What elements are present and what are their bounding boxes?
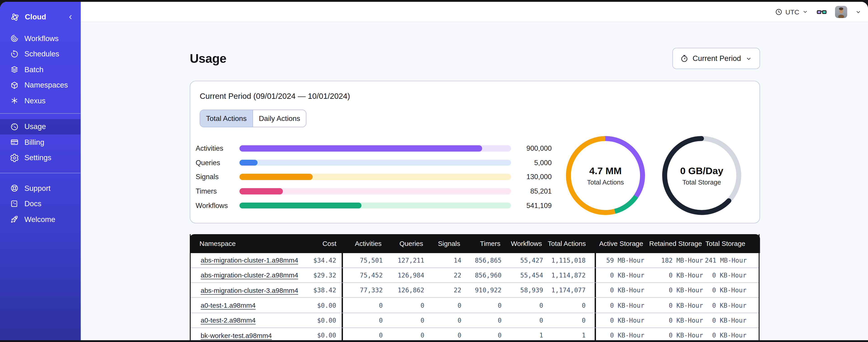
column-header-queries: Queries bbox=[383, 240, 425, 247]
active-storage-cell: 0 KB-Hour bbox=[596, 302, 646, 309]
queries-cell: 0 bbox=[384, 332, 426, 339]
timers-cell: 856,960 bbox=[463, 272, 503, 279]
total-actions-cell: 1 bbox=[545, 328, 596, 340]
timezone-selector[interactable]: UTC bbox=[775, 8, 808, 15]
timezone-label: UTC bbox=[785, 8, 799, 15]
actions-tabs: Total Actions Daily Actions bbox=[200, 110, 307, 127]
namespace-link[interactable]: abs-migration-cluster-3.a98mm4 bbox=[200, 286, 298, 294]
sidebar-item-namespaces[interactable]: Namespaces bbox=[0, 77, 81, 93]
total-storage-cell: 0 KB-Hour bbox=[705, 317, 758, 324]
workflows-icon bbox=[10, 34, 19, 43]
column-header-total-storage: Total Storage bbox=[704, 240, 757, 247]
glasses-icon[interactable] bbox=[816, 6, 827, 18]
workflows-cell: 1 bbox=[503, 332, 545, 339]
sidebar-item-workflows[interactable]: Workflows bbox=[0, 31, 81, 46]
active-storage-cell: 59 MB-Hour bbox=[596, 256, 646, 264]
sidebar-item-support[interactable]: Support bbox=[0, 180, 81, 196]
namespace-cell: a0-test-1.a98mm4 bbox=[191, 301, 289, 309]
batch-layers-icon bbox=[10, 65, 19, 74]
namespace-link[interactable]: abs-migration-cluster-1.a98mm4 bbox=[200, 256, 298, 264]
total-storage-value: 0 GB/Day bbox=[680, 165, 723, 177]
namespace-link[interactable]: abs-migration-cluster-2.a98mm4 bbox=[200, 271, 298, 279]
total-storage-cell: 0 KB-Hour bbox=[705, 302, 758, 309]
column-header-cost: Cost bbox=[288, 240, 342, 247]
bar-category-label: Activities bbox=[196, 144, 240, 152]
period-selector-button[interactable]: Current Period bbox=[672, 48, 760, 69]
user-avatar[interactable] bbox=[835, 6, 847, 18]
total-storage-cell: 0 KB-Hour bbox=[705, 272, 758, 279]
sidebar-item-schedules[interactable]: Schedules bbox=[0, 46, 81, 62]
bar-fill bbox=[240, 203, 362, 209]
signals-cell: 14 bbox=[426, 256, 463, 264]
namespace-link[interactable]: bk-worker-test.a98mm4 bbox=[200, 332, 272, 339]
activities-cell: 0 bbox=[343, 302, 384, 309]
chevron-down-icon bbox=[802, 8, 808, 15]
namespace-cell: abs-migration-cluster-1.a98mm4 bbox=[191, 256, 289, 264]
total-storage-donut: 0 GB/Day Total Storage bbox=[662, 136, 742, 215]
sidebar-title: Cloud bbox=[25, 13, 61, 21]
bar-track bbox=[240, 160, 511, 166]
sidebar-item-label: Welcome bbox=[24, 215, 55, 224]
table-header-row: NamespaceCostActivitiesQueriesSignalsTim… bbox=[190, 234, 760, 253]
tab-total-actions[interactable]: Total Actions bbox=[200, 110, 253, 127]
total-storage-cell: 241 MB-Hour bbox=[705, 256, 758, 264]
queries-cell: 127,211 bbox=[384, 256, 426, 264]
bar-chart-row: Timers 85,201 bbox=[196, 184, 552, 198]
main-area: UTC U bbox=[81, 2, 868, 340]
namespace-cell: bk-worker-test.a98mm4 bbox=[191, 332, 289, 339]
bar-fill bbox=[240, 174, 312, 180]
total-actions-cell: 0 bbox=[545, 298, 596, 313]
sidebar-item-label: Usage bbox=[24, 123, 46, 131]
cost-cell: $0.00 bbox=[289, 313, 343, 328]
sidebar-item-label: Docs bbox=[24, 200, 41, 208]
activities-cell: 75,452 bbox=[343, 272, 384, 279]
sidebar-item-welcome[interactable]: Welcome bbox=[0, 212, 81, 227]
timers-cell: 0 bbox=[463, 332, 503, 339]
bar-chart-row: Activities 900,000 bbox=[196, 141, 552, 156]
sidebar-item-label: Settings bbox=[24, 153, 51, 162]
sidebar-item-label: Workflows bbox=[24, 34, 59, 43]
bar-value-label: 130,000 bbox=[511, 173, 552, 181]
sidebar-item-usage[interactable]: Usage bbox=[0, 119, 81, 134]
sidebar-footer-nav: Support Docs bbox=[0, 180, 81, 227]
sidebar-item-label: Schedules bbox=[24, 50, 59, 59]
temporal-cloud-logo-icon bbox=[10, 12, 20, 22]
sidebar-item-label: Billing bbox=[24, 138, 44, 147]
namespace-link[interactable]: a0-test-1.a98mm4 bbox=[200, 301, 255, 309]
usage-gauge-icon bbox=[10, 122, 19, 131]
sidebar-item-billing[interactable]: Billing bbox=[0, 134, 81, 150]
retained-storage-cell: 0 KB-Hour bbox=[646, 272, 705, 279]
retained-storage-cell: 182 MB-Hour bbox=[646, 256, 705, 264]
tab-daily-actions[interactable]: Daily Actions bbox=[253, 110, 306, 127]
nexus-asterisk-icon bbox=[10, 96, 19, 105]
clock-icon bbox=[775, 8, 783, 15]
bar-chart-row: Signals 130,000 bbox=[196, 170, 552, 184]
total-actions-cell: 1,115,018 bbox=[545, 253, 596, 268]
namespace-cell: abs-migration-cluster-2.a98mm4 bbox=[191, 271, 289, 279]
sidebar-item-docs[interactable]: Docs bbox=[0, 196, 81, 212]
total-actions-donut: 4.7 MM Total Actions bbox=[566, 136, 645, 215]
chevron-down-icon bbox=[745, 55, 752, 62]
workflows-cell: 0 bbox=[503, 317, 545, 324]
signals-cell: 0 bbox=[426, 332, 463, 339]
total-actions-donut-center: 4.7 MM Total Actions bbox=[566, 136, 645, 215]
column-header-activities: Activities bbox=[342, 240, 383, 247]
signals-cell: 0 bbox=[426, 302, 463, 309]
sidebar-collapse-icon[interactable] bbox=[66, 13, 74, 21]
bar-fill bbox=[240, 145, 482, 151]
account-menu-chevron-icon[interactable] bbox=[855, 8, 862, 15]
sidebar-item-settings[interactable]: Settings bbox=[0, 150, 81, 166]
sidebar-item-batch[interactable]: Batch bbox=[0, 62, 81, 77]
sidebar-header: Cloud bbox=[0, 9, 81, 25]
queries-cell: 0 bbox=[384, 302, 426, 309]
active-storage-cell: 0 KB-Hour bbox=[596, 272, 646, 279]
sidebar-item-nexus[interactable]: Nexus bbox=[0, 93, 81, 108]
bar-track bbox=[240, 203, 511, 209]
workflows-cell: 55,454 bbox=[503, 272, 545, 279]
namespace-link[interactable]: a0-test-2.a98mm4 bbox=[200, 316, 255, 324]
page-title: Usage bbox=[190, 51, 226, 66]
title-row: Usage Current Period bbox=[190, 48, 760, 69]
workflows-cell: 0 bbox=[503, 302, 545, 309]
cost-cell: $0.00 bbox=[289, 328, 343, 340]
app-window: Cloud Workflows Schedules bbox=[0, 2, 868, 340]
